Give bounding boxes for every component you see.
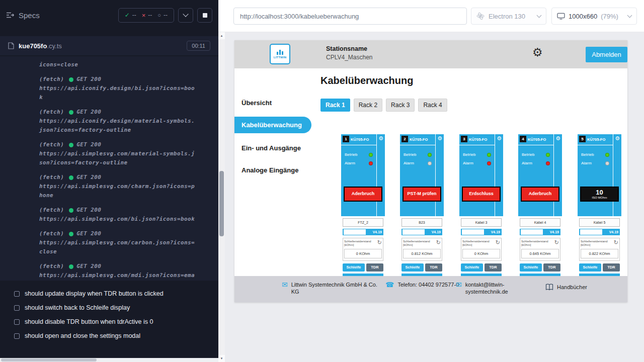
status-text: Erdschluss (469, 192, 494, 196)
refresh-icon[interactable]: ↻ (436, 240, 441, 245)
tdr-button[interactable]: TDR (485, 263, 502, 272)
divider (518, 145, 553, 145)
tdr-button[interactable]: TDR (543, 263, 560, 272)
alarm-row: Alarm (404, 161, 432, 165)
version-row: V4.19 (343, 229, 383, 235)
betrieb-led (487, 153, 491, 157)
measurement-section: Schleifenwiderstand [kOhm] ↻ 0.645 KOhm (520, 238, 560, 261)
sidebar-item-analoge-eingaenge[interactable]: Analoge Eingänge (242, 166, 298, 174)
schleife-button[interactable]: Schleife (343, 263, 365, 272)
tdr-button[interactable]: TDR (425, 263, 442, 272)
card-settings-icon[interactable]: ⚙ (437, 135, 442, 142)
alarm-row: Alarm (522, 161, 550, 165)
scroll-up-icon[interactable]: ▲ (218, 32, 225, 39)
card-settings-icon[interactable]: ⚙ (615, 135, 620, 142)
refresh-icon[interactable]: ↻ (496, 240, 500, 245)
browser-selector[interactable]: Electron 130 (471, 8, 546, 25)
measurement-label: Schleifenwiderstand [kOhm] (462, 240, 494, 247)
tab-rack-3[interactable]: Rack 3 (386, 99, 415, 112)
card-settings-icon[interactable]: ⚙ (497, 135, 502, 142)
horizontal-scrollbar[interactable] (0, 358, 218, 362)
sidebar-item-kabelueberwachung[interactable]: Kabelüberwachung (234, 117, 311, 133)
network-log-entry[interactable]: (fetch)GET 200 https://api.simplesvg.com… (39, 262, 196, 281)
network-log-entry[interactable]: (fetch)GET 200 https://api.iconify.desig… (39, 75, 196, 102)
refresh-icon[interactable]: ↻ (614, 240, 618, 245)
alarm-label: Alarm (522, 161, 532, 165)
tab-rack-4[interactable]: Rack 4 (418, 99, 447, 112)
version-row: V4.19 (461, 229, 502, 235)
scrollbar-thumb[interactable] (219, 171, 224, 236)
tdr-button[interactable]: TDR (603, 263, 620, 272)
phone-number[interactable]: Telefon: 04402 972577-0 (397, 281, 461, 288)
logout-button[interactable]: Abmelden (586, 47, 627, 62)
device-panel: 4 KÜ705-FO ⚙ Betrieb Alarm Aderbruch (518, 134, 562, 216)
email-address[interactable]: kontakt@littwin-systemtechnik.de (465, 281, 518, 295)
test-status-icon (14, 319, 20, 325)
viewport-selector[interactable]: 1000x660 (79%) (551, 8, 637, 25)
manuals-label[interactable]: Handbücher (557, 284, 587, 291)
card-number-badge: 5 (579, 136, 586, 142)
schleife-button[interactable]: Schleife (461, 263, 483, 272)
version-inset (403, 229, 425, 235)
log-prefix: (fetch) (39, 173, 64, 182)
version-label: V4.19 (373, 230, 382, 234)
schleife-button[interactable]: Schleife (579, 263, 601, 272)
schleife-button[interactable]: Schleife (401, 263, 424, 272)
specs-label: Specs (19, 11, 40, 20)
cable-name: Kabel 5 (579, 218, 620, 227)
tab-rack-1[interactable]: Rack 1 (320, 99, 350, 112)
footer-email: ✉ kontakt@littwin-systemtechnik.de (456, 281, 518, 295)
card-model-label: KÜ705-FO (528, 137, 546, 142)
alarm-row: Alarm (345, 161, 373, 165)
footer-manuals[interactable]: Handbücher (545, 284, 587, 291)
settings-gear-icon[interactable]: ⚙ (532, 46, 543, 59)
card-settings-icon[interactable]: ⚙ (555, 135, 560, 142)
status-unit: ISO MOhm (592, 196, 607, 199)
test-item[interactable]: should open and close the settings modal (0, 329, 218, 343)
refresh-icon[interactable]: ↻ (554, 240, 559, 245)
test-item[interactable]: should disable TDR button when tdrActive… (0, 315, 218, 329)
url-input[interactable]: http://localhost:3000/kabelueberwachung (233, 8, 467, 25)
card-side-strip (613, 134, 621, 216)
betrieb-led (428, 153, 432, 157)
log-url: https://api.iconify.design/material-symb… (39, 117, 196, 135)
status-dot-icon (69, 264, 73, 269)
refresh-icon[interactable]: ↻ (377, 240, 382, 245)
card-lower: Kabel 4 V4.19 Schleifenwiderstand [kOhm]… (518, 218, 562, 278)
network-log-entry[interactable]: (fetch)GET 200 https://api.simplesvg.com… (39, 140, 196, 167)
scroll-down-icon[interactable]: ▼ (218, 355, 225, 362)
test-item[interactable]: should update display when TDR button is… (0, 287, 218, 301)
card-side-strip (553, 134, 562, 216)
alarm-led (487, 161, 491, 165)
betrieb-led (546, 153, 550, 157)
collapse-button[interactable] (178, 8, 193, 23)
test-item[interactable]: should switch back to Schleife display (0, 301, 218, 315)
card-model-label: KÜ705-FO (469, 137, 487, 142)
network-log-entry[interactable]: (fetch)GET 200 https://api.simplesvg.com… (39, 229, 196, 256)
scrollbar-thumb[interactable] (1, 358, 97, 361)
status-box: Aderbruch (521, 187, 559, 202)
card-settings-icon[interactable]: ⚙ (378, 135, 383, 142)
network-log-entry[interactable]: (fetch)GET 200 https://api.iconify.desig… (39, 108, 196, 135)
spec-file-row[interactable]: kue705fo.cy.ts 00:11 (0, 36, 218, 55)
cable-name: Kabel 4 (520, 218, 560, 227)
browser-toolbar: http://localhost:3000/kabelueberwachung … (218, 0, 644, 32)
schleife-button[interactable]: Schleife (520, 263, 542, 272)
stop-button[interactable] (197, 8, 212, 23)
tab-rack-2[interactable]: Rack 2 (354, 99, 382, 112)
sidebar-item-ein-und-ausgaenge[interactable]: Ein- und Ausgänge (242, 144, 301, 152)
betrieb-label: Betrieb (581, 152, 594, 157)
sidebar-item-uebersicht[interactable]: Übersicht (242, 99, 272, 107)
station-value: CPLV4_Maschen (326, 54, 373, 61)
network-log-entry[interactable]: (fetch)GET 200 https://api.simplesvg.com… (39, 173, 196, 200)
cypress-runner-panel: Specs ✓-- ×-- ○-- kue705fo.cy.ts 00:11 i… (0, 0, 218, 362)
log-prefix: (fetch) (39, 262, 64, 271)
card-lower: Kabel 5 V4.19 Schleifenwiderstand [kOhm]… (578, 218, 621, 278)
divider (459, 145, 495, 145)
device-panel: 2 KÜ705-FO ⚙ Betrieb Alarm PST-M prüfen (400, 134, 444, 216)
tdr-button[interactable]: TDR (366, 263, 383, 272)
status-dot-icon (69, 77, 73, 82)
specs-nav[interactable]: Specs (6, 11, 40, 20)
divider (578, 145, 613, 145)
network-log-entry[interactable]: (fetch)GET 200 https://api.simplesvg.com… (39, 206, 196, 224)
